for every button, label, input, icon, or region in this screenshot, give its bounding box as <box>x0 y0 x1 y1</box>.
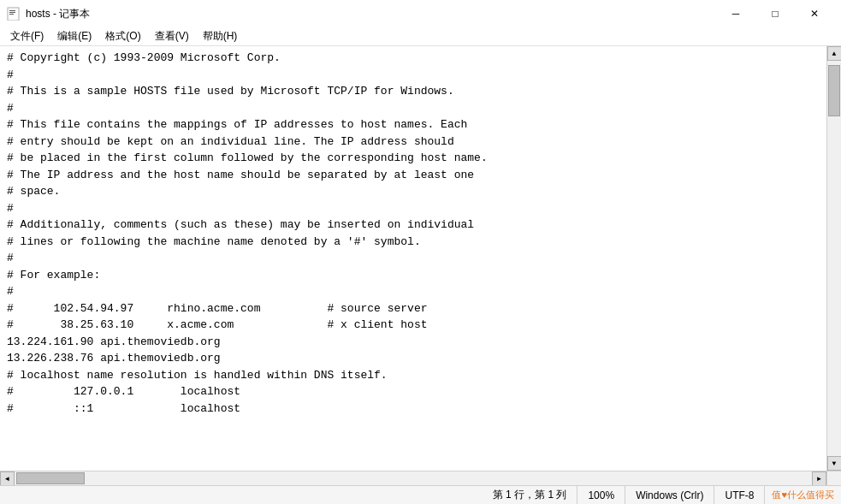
close-button[interactable]: ✕ <box>795 0 834 27</box>
scroll-thumb-horizontal[interactable] <box>16 472 85 484</box>
bottom-area: ◄ ► 第 1 行，第 1 列 100% Windows (Crlr) UTF-… <box>0 471 841 504</box>
menu-view[interactable]: 查看(V) <box>148 27 196 45</box>
window-title: hosts - 记事本 <box>26 7 716 21</box>
encoding-type-label: Windows (Crlr) <box>636 489 703 501</box>
status-position: 第 1 行，第 1 列 <box>483 486 578 504</box>
encoding-label: UTF-8 <box>725 489 754 501</box>
svg-rect-3 <box>9 14 14 15</box>
status-encoding-type: Windows (Crlr) <box>625 486 714 504</box>
scroll-thumb-vertical[interactable] <box>828 65 840 116</box>
menu-help[interactable]: 帮助(H) <box>196 27 245 45</box>
zoom-label: 100% <box>588 489 614 501</box>
scrollbar-corner <box>826 471 841 486</box>
watermark: 值♥什么值得买 <box>765 486 841 504</box>
watermark-text: 值♥什么值得买 <box>772 489 834 501</box>
scroll-track-vertical[interactable] <box>827 61 841 456</box>
svg-rect-2 <box>9 12 15 13</box>
menu-file[interactable]: 文件(F) <box>3 27 50 45</box>
vertical-scrollbar[interactable]: ▲ ▼ <box>826 46 841 471</box>
window-controls: ─ □ ✕ <box>716 0 834 27</box>
scroll-right-button[interactable]: ► <box>812 471 826 486</box>
position-label: 第 1 行，第 1 列 <box>493 488 567 502</box>
scroll-track-horizontal[interactable] <box>15 471 812 485</box>
status-encoding: UTF-8 <box>714 486 765 504</box>
app-icon <box>7 7 21 21</box>
content-area: # Copyright (c) 1993-2009 Microsoft Corp… <box>0 46 841 471</box>
menu-bar: 文件(F) 编辑(E) 格式(O) 查看(V) 帮助(H) <box>0 27 841 46</box>
scroll-down-button[interactable]: ▼ <box>827 456 842 471</box>
status-zoom: 100% <box>577 486 625 504</box>
maximize-button[interactable]: □ <box>755 0 795 27</box>
horizontal-scrollbar[interactable]: ◄ ► <box>0 471 841 485</box>
menu-format[interactable]: 格式(O) <box>98 27 147 45</box>
scroll-left-button[interactable]: ◄ <box>0 471 15 486</box>
minimize-button[interactable]: ─ <box>716 0 755 27</box>
svg-rect-1 <box>9 10 15 11</box>
title-bar: hosts - 记事本 ─ □ ✕ <box>0 0 841 27</box>
text-editor[interactable]: # Copyright (c) 1993-2009 Microsoft Corp… <box>0 46 826 471</box>
scroll-up-button[interactable]: ▲ <box>827 46 842 61</box>
menu-edit[interactable]: 编辑(E) <box>50 27 98 45</box>
status-bar: 第 1 行，第 1 列 100% Windows (Crlr) UTF-8 值♥… <box>0 485 841 504</box>
